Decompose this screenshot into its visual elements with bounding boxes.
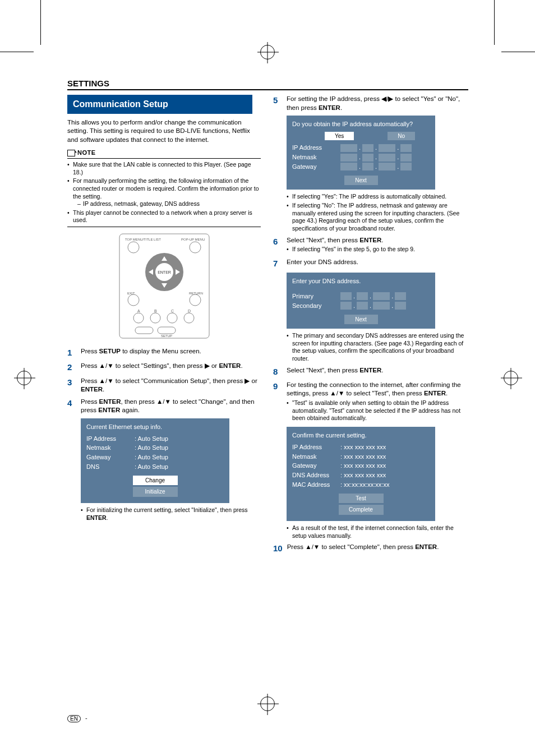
svg-point-7 — [133, 313, 144, 323]
text: or — [210, 362, 219, 369]
panel-row: DNS: Auto Setup — [86, 463, 224, 471]
bold: ENTER — [359, 237, 381, 243]
remote-diagram: TOP MENU/TITLE LIST POP-UP MENU ENTER EX… — [108, 233, 220, 339]
value: : Auto Setup — [135, 453, 168, 462]
panel-row: Secondary... — [292, 302, 430, 310]
text: For setting the IP address, press — [287, 95, 381, 102]
step-body: Press ▲/▼ to select "Communication Setup… — [81, 377, 261, 394]
ip-field: ... — [340, 292, 406, 301]
note-label: NOTE — [77, 149, 96, 157]
two-column-layout: Communication Setup This allows you to p… — [67, 95, 468, 557]
step-number: 1 — [67, 347, 76, 358]
communication-setup-heading: Communication Setup — [67, 95, 252, 114]
step-4: 4 Press ENTER, then press ▲/▼ to select … — [67, 398, 261, 415]
panel-row: MAC Address: xx:xx:xx:xx:xx:xx — [292, 481, 430, 489]
next-button[interactable]: Next — [344, 315, 378, 325]
step-3: 3 Press ▲/▼ to select "Communication Set… — [67, 377, 261, 394]
crop-mark — [0, 52, 34, 52]
registration-mark-icon — [17, 371, 31, 385]
label: Secondary — [292, 302, 336, 310]
step-9: 9 For testing the connection to the inte… — [273, 381, 467, 423]
left-column: Communication Setup This allows you to p… — [67, 95, 261, 557]
svg-point-2 — [190, 242, 201, 253]
panel-row: Gateway... — [292, 163, 430, 171]
sub-note: "Test" is available only when setting to… — [287, 399, 467, 422]
bold: ENTER — [359, 367, 381, 374]
value: : Auto Setup — [135, 444, 168, 452]
text: . — [437, 543, 439, 550]
note-item: The primary and secondary DNS addresses … — [287, 332, 467, 363]
panel-row: Gateway: Auto Setup — [86, 453, 224, 462]
step-1: 1 Press SETUP to display the Menu screen… — [67, 347, 261, 358]
crop-mark — [494, 0, 495, 45]
text: . — [446, 390, 448, 397]
ethernet-info-panel: Current Ethernet setup info. IP Address:… — [81, 418, 229, 503]
panel-buttons: Test Complete — [292, 494, 430, 515]
panel-title: Current Ethernet setup info. — [86, 423, 224, 431]
note-item: For manually performing the setting, the… — [67, 177, 261, 208]
divider — [67, 227, 261, 227]
label-top-menu: TOP MENU/TITLE LIST — [125, 238, 161, 241]
arrows-icon: ▲/▼ — [330, 390, 344, 397]
a-label: A — [137, 309, 140, 313]
ip-field: ... — [340, 144, 412, 152]
step-6: 6 Select "Next", then press ENTER. If se… — [273, 236, 467, 255]
step-body: Press ▲/▼ to select "Settings", then pre… — [81, 362, 261, 373]
step-body: Enter your DNS address. — [287, 258, 467, 269]
note-item: This player cannot be connected to a net… — [67, 209, 261, 224]
setup-label: SETUP — [160, 334, 172, 338]
ip-field: ... — [340, 163, 412, 171]
section-title: SETTINGS — [67, 79, 468, 90]
initialize-button[interactable]: Initialize — [133, 487, 178, 497]
arrows-icon: ▲/▼ — [156, 398, 171, 405]
step-body: Select "Next", then press ENTER. If sele… — [287, 236, 467, 255]
text: to select "Test", then press — [344, 390, 424, 397]
step-body: Select "Next", then press ENTER. — [287, 366, 467, 377]
confirm-panel: Confirm the current setting. IP Address:… — [287, 427, 435, 521]
next-button[interactable]: Next — [344, 176, 378, 186]
registration-mark-icon — [260, 45, 275, 59]
text: . — [381, 367, 383, 374]
bold: ENTER — [99, 398, 121, 405]
text: Select "Next", then press — [287, 237, 359, 243]
label: IP Address — [292, 443, 336, 451]
label: MAC Address — [292, 481, 336, 489]
bold: ENTER — [86, 514, 107, 521]
test-button[interactable]: Test — [339, 494, 384, 504]
panel-title: Confirm the current setting. — [292, 431, 430, 440]
footnote: For initializing the current setting, se… — [81, 506, 261, 522]
dns-notes: The primary and secondary DNS addresses … — [287, 332, 467, 363]
text: Press — [81, 398, 99, 405]
ip-notes: If selecting "Yes": The IP address is au… — [287, 193, 467, 232]
text: . — [241, 362, 242, 369]
text: . — [340, 104, 342, 111]
text: or — [250, 377, 257, 384]
bold: ENTER — [415, 543, 437, 550]
no-button[interactable]: No — [388, 132, 415, 141]
change-button[interactable]: Change — [133, 476, 178, 486]
step-number: 10 — [273, 543, 283, 554]
yes-button[interactable]: Yes — [325, 132, 354, 141]
text: , then press — [121, 398, 156, 405]
note-item: If selecting "Yes": The IP address is au… — [287, 193, 467, 201]
panel-row: Netmask: xxx xxx xxx xxx — [292, 453, 430, 461]
bold: ENTER — [319, 104, 340, 111]
step-number: 8 — [273, 366, 282, 377]
panel-row: IP Address... — [292, 144, 430, 152]
complete-button[interactable]: Complete — [339, 505, 384, 515]
text: Press — [81, 377, 99, 384]
step-number: 4 — [67, 398, 76, 415]
b-label: B — [154, 309, 157, 313]
sub-note: If selecting "Yes" in the step 5, go to … — [287, 246, 467, 253]
panel-row: IP Address: xxx xxx xxx xxx — [292, 443, 430, 451]
svg-point-9 — [167, 313, 177, 323]
label: DNS Address — [292, 471, 336, 480]
value: : xxx xxx xxx xxx — [340, 471, 386, 480]
language-badge: EN — [67, 715, 81, 722]
note-item: If selecting "No": The IP address, netma… — [287, 202, 467, 233]
text: . — [107, 514, 108, 521]
note-item: As a result of the test, if the internet… — [287, 524, 467, 540]
step-2: 2 Press ▲/▼ to select "Settings", then p… — [67, 362, 261, 373]
text: Press — [287, 543, 306, 550]
text: to display the Menu screen. — [121, 348, 201, 354]
